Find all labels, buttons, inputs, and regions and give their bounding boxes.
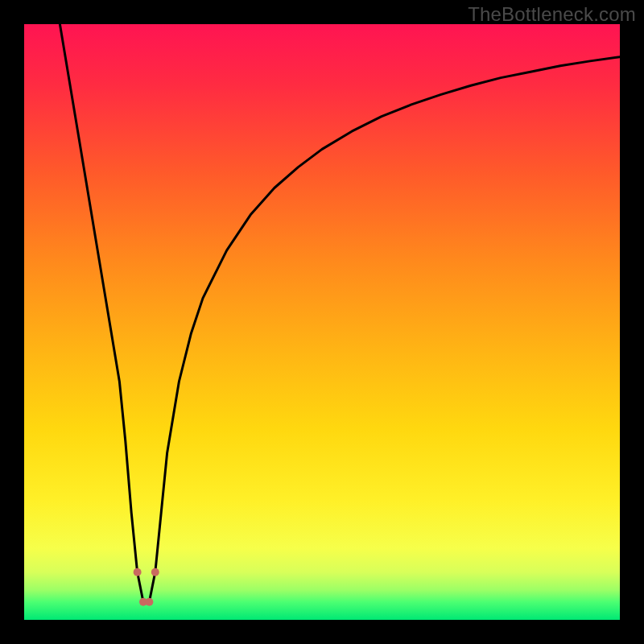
curve-marker (151, 568, 159, 576)
chart-frame: TheBottleneck.com (0, 0, 644, 644)
curve-marker (134, 568, 142, 576)
watermark-label: TheBottleneck.com (468, 3, 636, 26)
curve-marker (145, 598, 153, 606)
bottleneck-chart (24, 24, 620, 620)
gradient-background (24, 24, 620, 620)
